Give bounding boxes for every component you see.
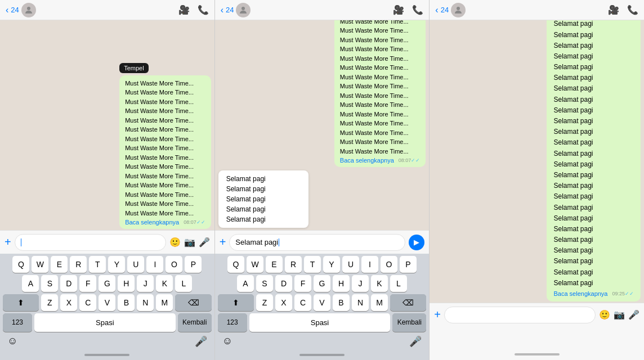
text-input-3[interactable] (444, 307, 596, 323)
key2-p[interactable]: P (400, 256, 417, 273)
key2-u[interactable]: U (342, 256, 359, 273)
plus-icon-1[interactable]: + (5, 236, 11, 249)
key2-v[interactable]: V (314, 294, 330, 311)
paste-line-1: Selamat pagi (226, 174, 301, 184)
text-input-1[interactable] (15, 234, 166, 251)
key2-y[interactable]: Y (323, 256, 340, 273)
key2-l[interactable]: L (390, 275, 407, 292)
key-space-1[interactable]: Spasi (34, 313, 176, 332)
mic-icon-1[interactable]: 🎤 (199, 237, 210, 248)
key-backspace-1[interactable]: ⌫ (175, 294, 211, 311)
key2-n[interactable]: N (352, 294, 369, 311)
key2-shift[interactable]: ⬆ (218, 294, 254, 311)
status-bar-3: ‹ 24 🎥 📞 (430, 0, 644, 20)
key-d[interactable]: D (60, 275, 77, 292)
sticker-icon-3[interactable]: 🙂 (599, 309, 610, 320)
key-m[interactable]: M (156, 294, 173, 311)
key-y[interactable]: Y (108, 256, 125, 273)
key2-q[interactable]: Q (227, 256, 244, 273)
key2-e[interactable]: E (266, 256, 283, 273)
video-icon-2[interactable]: 🎥 (393, 4, 404, 15)
key2-a[interactable]: A (237, 275, 254, 292)
key-z[interactable]: Z (41, 294, 58, 311)
baca-link-2[interactable]: Baca selengkapnya (340, 157, 394, 164)
key2-k[interactable]: K (371, 275, 388, 292)
key-f[interactable]: F (79, 275, 96, 292)
send-button-2[interactable]: ▶ (409, 235, 424, 250)
mic-bottom-icon-1[interactable]: 🎤 (195, 335, 207, 348)
key-shift-1[interactable]: ⬆ (3, 294, 39, 311)
camera-icon-3[interactable]: 📷 (614, 309, 625, 320)
back-count-3[interactable]: 24 (441, 6, 449, 14)
key-s[interactable]: S (41, 275, 58, 292)
key2-i[interactable]: I (361, 256, 378, 273)
key2-j[interactable]: J (352, 275, 369, 292)
key2-s[interactable]: S (256, 275, 273, 292)
key-x[interactable]: X (60, 294, 77, 311)
back-arrow-icon-3[interactable]: ‹ (435, 5, 438, 15)
key-p[interactable]: P (185, 256, 202, 273)
key-row-a-1: A S D F G H J K L (2, 275, 213, 292)
emoji-icon-1[interactable]: ☺ (7, 335, 17, 348)
key2-z[interactable]: Z (256, 294, 273, 311)
key2-r[interactable]: R (285, 256, 302, 273)
key-g[interactable]: G (99, 275, 115, 292)
key2-b[interactable]: B (333, 294, 350, 311)
back-arrow-icon-1[interactable]: ‹ (6, 5, 8, 15)
key-h[interactable]: H (118, 275, 135, 292)
key-j[interactable]: J (137, 275, 154, 292)
video-icon-3[interactable]: 🎥 (608, 4, 619, 15)
key-v[interactable]: V (99, 294, 115, 311)
phone-icon-3[interactable]: 📞 (627, 4, 638, 15)
key2-backspace[interactable]: ⌫ (390, 294, 426, 311)
key-w[interactable]: W (32, 256, 48, 273)
key-c[interactable]: C (79, 294, 96, 311)
key2-o[interactable]: O (381, 256, 397, 273)
emoji-icon-2[interactable]: ☺ (222, 335, 232, 348)
msg2-line: Must Waste More Time... (340, 35, 421, 45)
key2-g[interactable]: G (314, 275, 330, 292)
key-l[interactable]: L (175, 275, 192, 292)
phone-icon-2[interactable]: 📞 (412, 4, 423, 15)
baca-link-3[interactable]: Baca selengkapnya (553, 290, 607, 297)
key2-x[interactable]: X (275, 294, 292, 311)
key2-space[interactable]: Spasi (249, 313, 391, 332)
key2-m[interactable]: M (371, 294, 388, 311)
key-o[interactable]: O (166, 256, 182, 273)
back-arrow-icon-2[interactable]: ‹ (221, 5, 223, 15)
baca-link-1[interactable]: Baca selengkapnya (125, 219, 179, 226)
key2-num[interactable]: 123 (218, 313, 247, 332)
sticker-icon-1[interactable]: 🙂 (169, 237, 181, 248)
phone-icon-1[interactable]: 📞 (198, 4, 209, 15)
key-n[interactable]: N (137, 294, 154, 311)
key-u[interactable]: U (127, 256, 144, 273)
key-k[interactable]: K (156, 275, 173, 292)
key2-d[interactable]: D (275, 275, 292, 292)
key2-f[interactable]: F (294, 275, 311, 292)
key2-w[interactable]: W (247, 256, 263, 273)
key-num-1[interactable]: 123 (3, 313, 32, 332)
plus-icon-3[interactable]: + (434, 308, 441, 321)
plus-icon-2[interactable]: + (220, 236, 226, 249)
msg-line: Must Waste More Time... (125, 162, 205, 172)
camera-icon-1[interactable]: 📷 (184, 237, 195, 248)
key2-c[interactable]: C (294, 294, 311, 311)
key-i[interactable]: I (146, 256, 163, 273)
key-return-1[interactable]: Kembali (178, 313, 212, 332)
back-count-2[interactable]: 24 (226, 6, 234, 14)
video-icon-1[interactable]: 🎥 (178, 4, 190, 15)
key-b[interactable]: B (118, 294, 135, 311)
text-input-2[interactable]: Selamat pagi (229, 234, 405, 251)
key-t[interactable]: T (89, 256, 106, 273)
tempel-tooltip-1[interactable]: Tempel (119, 63, 148, 73)
mic-bottom-icon-2[interactable]: 🎤 (409, 335, 422, 348)
key2-return[interactable]: Kembali (392, 313, 426, 332)
key-a[interactable]: A (22, 275, 39, 292)
key-r[interactable]: R (70, 256, 87, 273)
key-e[interactable]: E (51, 256, 68, 273)
mic-icon-3[interactable]: 🎤 (628, 309, 639, 320)
back-count-1[interactable]: 24 (11, 6, 19, 14)
key-q[interactable]: Q (12, 256, 29, 273)
key2-t[interactable]: T (304, 256, 321, 273)
key2-h[interactable]: H (333, 275, 350, 292)
